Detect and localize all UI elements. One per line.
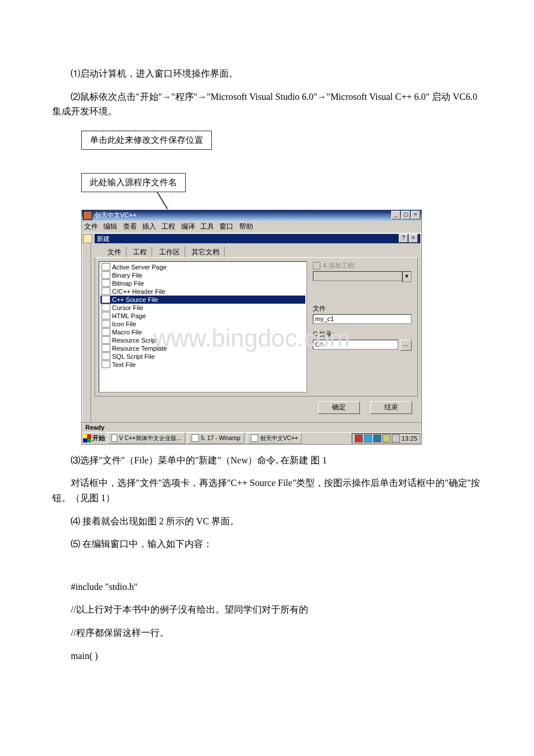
taskbar-item-label: 5. 17 - Winamp [201,434,240,442]
right-column: A 添加工程: ▾ 文件 C 目录: ... [307,261,414,393]
list-item-label: Resource Script [112,336,157,344]
tray-icon[interactable] [392,434,400,442]
system-tray: 13:25 [352,433,420,444]
list-item[interactable]: Cursor File [100,304,305,312]
browse-button[interactable]: ... [400,340,412,351]
app-icon [251,434,258,442]
window-title: 创天中文VC++ [95,211,136,219]
code-line: //程序都保留这样一行。 [52,625,482,640]
taskbar-item[interactable]: V C++简体中文企业版... [107,433,185,444]
code-line: #include "stdio.h" [52,579,482,595]
file-icon [102,361,110,368]
taskbar-item[interactable]: 5. 17 - Winamp [187,433,244,444]
vc6-screenshot: 创天中文VC++ _ ▢ × 文件 编辑 查看 插入 工程 编译 工具 窗口 帮… [81,210,422,445]
list-item-label: C/C++ Header File [112,287,165,296]
filename-input[interactable] [313,314,412,324]
list-item-label: Text File [112,361,136,369]
file-icon [102,320,110,327]
app-icon [83,211,92,220]
app-icon [192,434,199,442]
step-5: ⑸ 在编辑窗口中，输入如下内容： [52,537,482,552]
taskbar-item[interactable]: 创天中文VC++ [247,433,302,444]
list-item[interactable]: Resource Script [100,336,305,344]
step-3: ⑶选择"文件"（File）菜单中的"新建"（New）命令, 在新建 图 1 [52,453,482,468]
code-line: //以上行对于本书中的例子没有给出。望同学们对于所有的 [52,602,482,617]
add-to-project-checkbox[interactable]: A 添加工程: [313,261,412,270]
menu-item[interactable]: 文件 [84,222,98,231]
directory-label: C 目录: [313,330,412,339]
help-button[interactable]: ? [399,234,408,243]
tab-workspace[interactable]: 工作区 [154,247,185,257]
list-item[interactable]: SQL Script File [100,352,305,361]
file-type-list[interactable]: Active Server Page Binary File Bitmap Fi… [99,261,307,393]
checkbox-icon [313,262,320,269]
file-icon [102,271,110,279]
list-item[interactable]: Macro File [100,328,305,336]
directory-input[interactable] [313,340,398,350]
step-2: ⑵鼠标依次点击"开始"→"程序"→"Microsoft Visual Studi… [52,89,482,119]
code-line: main( ) [52,649,482,664]
file-icon [102,304,110,311]
list-item-selected[interactable]: C++ Source File [100,296,305,304]
menu-item[interactable]: 查看 [123,222,137,231]
dialog-button-row: 确定 结束 [95,397,418,419]
callout-save-location: 单击此处来修改文件保存位置 [81,131,212,150]
menu-item[interactable]: 插入 [142,222,156,231]
file-icon [102,296,110,303]
list-item-label: Cursor File [112,304,143,312]
toolbar-gutter [82,244,91,422]
list-item[interactable]: Text File [100,361,305,369]
list-item[interactable]: Active Server Page [100,263,305,271]
tab-other[interactable]: 其它文档 [187,247,225,257]
list-item[interactable]: C/C++ Header File [100,287,305,296]
menu-item[interactable]: 工具 [200,222,214,231]
minimize-button[interactable]: _ [391,211,400,219]
step-3b: 对话框中，选择"文件"选项卡，再选择"C++ Source File"类型，按图… [52,476,482,505]
menu-item[interactable]: 工程 [161,222,175,231]
callout-filename: 此处输入源程序文件名 [81,173,186,192]
end-button[interactable]: 结束 [370,401,412,414]
new-file-icon [83,234,92,243]
dialog-titlebar-row: 新建 ? × [82,233,421,244]
list-item-label: HTML Page [112,312,146,320]
list-item[interactable]: Bitmap File [100,279,305,287]
dialog-close-button[interactable]: × [409,234,418,243]
menu-item[interactable]: 编辑 [103,222,117,231]
file-icon [102,312,110,319]
list-item[interactable]: Icon File [100,320,305,328]
list-item[interactable]: HTML Page [100,312,305,320]
file-icon [102,352,110,360]
list-item[interactable]: Binary File [100,271,305,279]
list-item-label: SQL Script File [112,352,155,361]
file-icon [102,336,110,344]
start-label: 开始 [92,434,105,442]
tab-project[interactable]: 工程 [128,247,152,257]
status-bar: Ready [82,422,421,432]
tray-icon[interactable] [383,434,391,442]
callout-text: 此处输入源程序文件名 [90,178,177,187]
menu-item[interactable]: 窗口 [219,222,233,231]
list-item-label: Bitmap File [112,279,144,287]
list-item-label: C++ Source File [112,296,158,304]
tray-icon[interactable] [364,434,372,442]
dialog-title: 新建 [97,234,110,243]
file-icon [102,287,110,295]
taskbar-item-label: 创天中文VC++ [260,434,298,442]
window-titlebar: 创天中文VC++ _ ▢ × [82,210,421,221]
close-button[interactable]: × [411,211,420,219]
ok-button[interactable]: 确定 [318,401,360,414]
menu-item[interactable]: 编译 [181,222,195,231]
file-icon [102,344,110,352]
file-icon [102,328,110,336]
start-button[interactable]: 开始 [83,434,105,442]
taskbar-item-label: V C++简体中文企业版... [119,434,181,442]
maximize-button[interactable]: ▢ [401,211,410,219]
app-icon [111,434,117,442]
tab-file[interactable]: 文件 [103,247,127,257]
step-1: ⑴启动计算机，进入窗口环境操作界面。 [52,66,482,81]
tray-icon[interactable] [355,434,363,442]
list-item[interactable]: Resource Template [100,344,305,352]
menu-item[interactable]: 帮助 [239,222,253,231]
tray-icon[interactable] [373,434,381,442]
callout-text: 单击此处来修改文件保存位置 [90,135,203,145]
